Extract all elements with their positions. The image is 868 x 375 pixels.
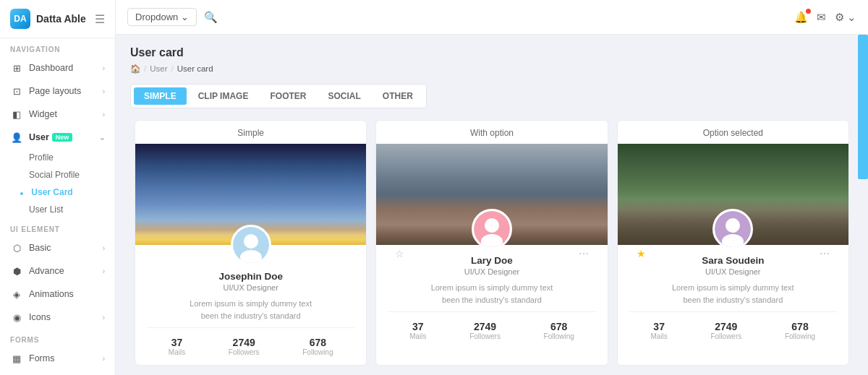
sidebar-sub-user-list[interactable]: User List [0, 201, 115, 218]
card-with-option-body: ☆ ⋯ Lary Doe UI/UX Designer [376, 245, 607, 349]
sidebar-item-forms-plugins[interactable]: ▤ Forms Plugins › [0, 370, 115, 375]
ui-section-label: UI ELEMENT [0, 218, 115, 236]
card-with-option-avatar [472, 209, 512, 249]
widget-arrow: › [103, 111, 105, 118]
card-option-selected-avatar-wrap [629, 209, 837, 249]
page-layouts-icon: ⊡ [10, 85, 23, 98]
card-with-option-avatar-wrap [388, 209, 595, 249]
stat-following-option: 678 Following [544, 321, 574, 340]
tab-social[interactable]: SOCIAL [318, 87, 370, 105]
forms-section-label: FORMS [0, 329, 115, 347]
user-icon: 👤 [10, 131, 23, 144]
stat-following-selected: 678 Following [785, 321, 815, 340]
card-option-selected: Option selected ★ ⋯ [617, 120, 849, 366]
sidebar-item-user[interactable]: 👤 User New ⌄ [0, 126, 115, 149]
sidebar-sub-profile[interactable]: Profile [0, 149, 115, 166]
card-with-option-stats: 37 Mails 2749 Followers 678 Following [388, 318, 595, 340]
breadcrumb-user[interactable]: User [150, 64, 167, 73]
sidebar-label-widget: Widget [29, 109, 57, 119]
basic-icon: ⬡ [10, 241, 23, 254]
animations-icon: ◈ [10, 288, 23, 301]
stat-mails-simple: 37 Mails [169, 337, 185, 356]
dashboard-icon: ⊞ [10, 61, 23, 74]
tab-clip-image[interactable]: CLIP IMAGE [188, 87, 259, 105]
user-badge: New [52, 133, 73, 142]
card-option-selected-role: UI/UX Designer [629, 267, 837, 276]
avatar-svg-2 [474, 211, 510, 247]
sidebar-label-user: User [29, 132, 49, 142]
stat-followers-selected: 2749 Followers [710, 321, 741, 340]
nav-section-label: NAVIGATION [0, 38, 115, 56]
settings-button[interactable]: ⚙ ⌄ [835, 11, 856, 24]
svg-point-1 [244, 234, 258, 249]
sidebar-item-animations[interactable]: ◈ Animations [0, 283, 115, 306]
tab-simple[interactable]: SIMPLE [134, 87, 187, 105]
svg-point-7 [726, 218, 740, 233]
icons-icon: ◉ [10, 311, 23, 324]
stat-following-simple: 678 Following [302, 337, 333, 356]
sidebar-label-page-layouts: Page layouts [29, 86, 81, 96]
tab-bar: SIMPLE CLIP IMAGE FOOTER SOCIAL OTHER [130, 84, 427, 108]
card-simple-avatar-wrap [147, 225, 354, 265]
sidebar-sub-user-card[interactable]: User Card [0, 184, 115, 201]
card-with-option: With option ☆ ⋯ [375, 120, 608, 366]
sidebar-item-basic[interactable]: ⬡ Basic › [0, 236, 115, 259]
sidebar-toggle-icon[interactable]: ☰ [95, 12, 105, 26]
card-with-option-name: Lary Doe [388, 255, 595, 266]
sidebar-item-page-layouts[interactable]: ⊡ Page layouts › [0, 79, 115, 103]
sidebar-item-widget[interactable]: ◧ Widget › [0, 103, 115, 126]
card-option-selected-name: Sara Soudein [629, 255, 837, 266]
user-arrow: ⌄ [99, 134, 105, 142]
tab-other[interactable]: OTHER [373, 87, 423, 105]
dropdown-label: Dropdown [135, 12, 178, 22]
dashboard-arrow: › [103, 64, 105, 72]
page-title: User card [130, 46, 854, 59]
card-simple-body: Josephin Doe UI/UX Designer Lorem ipsum … [135, 225, 366, 365]
card-simple-title: Simple [135, 121, 366, 144]
card-simple-role: UI/UX Designer [147, 283, 354, 292]
sidebar-item-icons[interactable]: ◉ Icons › [0, 306, 115, 329]
dots-icon-selected[interactable]: ⋯ [820, 248, 830, 259]
card-option-selected-desc: Lorem ipsum is simply dummy text been th… [629, 282, 837, 306]
dropdown-button[interactable]: Dropdown ⌄ [127, 8, 197, 26]
page-layouts-arrow: › [103, 87, 105, 95]
sidebar-item-advance[interactable]: ⬢ Advance › [0, 259, 115, 283]
card-simple-avatar [231, 225, 271, 265]
dots-icon-option[interactable]: ⋯ [579, 248, 589, 259]
home-icon: 🏠 [130, 64, 140, 74]
card-option-selected-divider [629, 311, 837, 312]
sidebar-label-dashboard: Dashboard [29, 63, 73, 73]
widget-icon: ◧ [10, 108, 23, 121]
sidebar-item-dashboard[interactable]: ⊞ Dashboard › [0, 56, 115, 79]
main-area: Dropdown ⌄ 🔍 🔔 ✉ ⚙ ⌄ User card 🏠 / User … [116, 0, 868, 375]
advance-icon: ⬢ [10, 264, 23, 277]
card-simple-desc: Lorem ipsum is simply dummy text been th… [147, 298, 354, 322]
card-option-selected-body: ★ ⋯ Sara Soudein UI/UX Desig [618, 245, 848, 349]
card-option-selected-stats: 37 Mails 2749 Followers 678 Following [629, 318, 837, 340]
card-with-option-divider [388, 311, 595, 312]
stat-followers-option: 2749 Followers [469, 321, 501, 340]
cards-container: Simple Josephin Doe UI/UX Designe [130, 120, 854, 366]
search-icon[interactable]: 🔍 [204, 11, 218, 24]
card-simple-stats: 37 Mails 2749 Followers 678 Following [147, 334, 354, 356]
card-simple-divider [147, 327, 354, 328]
sidebar-sub-social-profile[interactable]: Social Profile [0, 166, 115, 184]
svg-point-4 [485, 218, 499, 233]
notification-button[interactable]: 🔔 [794, 11, 808, 24]
star-icon-option[interactable]: ☆ [395, 248, 404, 259]
avatar-svg-3 [715, 211, 751, 247]
mail-button[interactable]: ✉ [817, 11, 826, 24]
app-title: Datta Able [36, 13, 86, 25]
card-simple-name: Josephin Doe [147, 271, 354, 282]
stat-mails-selected: 37 Mails [650, 321, 667, 340]
stat-followers-simple: 2749 Followers [229, 337, 260, 356]
card-with-option-title: With option [376, 121, 607, 144]
forms-icon: ▦ [10, 352, 23, 365]
avatar-svg [233, 227, 269, 263]
topbar-right: 🔔 ✉ ⚙ ⌄ [794, 11, 856, 24]
card-simple: Simple Josephin Doe UI/UX Designe [135, 120, 367, 366]
sidebar-item-forms[interactable]: ▦ Forms › [0, 347, 115, 370]
star-icon-selected[interactable]: ★ [637, 248, 646, 259]
page-content: User card 🏠 / User / User card SIMPLE CL… [116, 35, 868, 375]
tab-footer[interactable]: FOOTER [260, 87, 316, 105]
